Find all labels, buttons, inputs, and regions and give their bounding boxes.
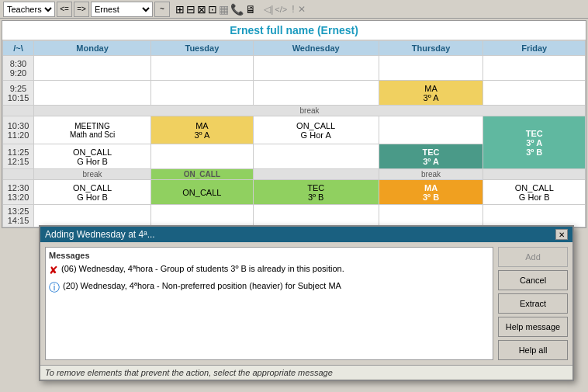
cell-tue-4[interactable] <box>151 144 254 169</box>
cell-fri-6[interactable] <box>483 205 586 227</box>
prev-button[interactable]: <= <box>57 2 72 17</box>
cell-thu-5[interactable]: MA3º B <box>379 180 483 205</box>
cell-wed-1[interactable] <box>253 56 379 81</box>
close-x-icon: ✕ <box>298 4 306 15</box>
grid-icon4: ⊡ <box>208 3 217 16</box>
help-message-button[interactable]: Help message <box>498 317 568 337</box>
break-tilde <box>3 106 34 116</box>
cell-tue-6[interactable] <box>151 205 254 227</box>
exclaim-icon: ! <box>292 4 294 15</box>
message-item-error[interactable]: ✘ (06) Wednesday, 4ªhora - Group of stud… <box>49 263 489 277</box>
time-cell: 10:3011:20 <box>3 116 34 144</box>
table-row: 12:3013:20 ON_CALLG Hor B ON_CALL TEC3º … <box>3 180 586 205</box>
cell-fri-5[interactable]: ON_CALLG Hor B <box>483 180 586 205</box>
messages-title: Messages <box>49 251 489 260</box>
table-row: 8:309:20 <box>3 56 586 81</box>
grid-icon1: ⊞ <box>175 3 185 16</box>
cell-tue-5[interactable]: ON_CALL <box>151 180 254 205</box>
cell-wed-4[interactable] <box>253 144 379 169</box>
col-wednesday: Wednesday <box>253 41 379 56</box>
break-thu: break <box>379 169 483 180</box>
cell-mon-3[interactable]: MEETINGMath and Sci <box>34 116 151 144</box>
grid-icon2: ⊟ <box>186 3 195 16</box>
arrow-left-icon: ◁| <box>264 4 273 15</box>
dialog-close-button[interactable]: ✕ <box>555 229 568 240</box>
category-select[interactable]: Teachers <box>3 2 55 17</box>
break-mon: break <box>34 169 151 180</box>
dialog-title: Adding Wednesday at 4ª... <box>45 229 155 240</box>
cell-tue-1[interactable] <box>151 56 254 81</box>
grid-icon5: ▦ <box>219 3 229 16</box>
time-cell: 8:309:20 <box>3 56 34 81</box>
cell-mon-6[interactable] <box>34 205 151 227</box>
break-wed <box>253 169 379 180</box>
cell-thu-4[interactable]: TEC3º A <box>379 144 483 169</box>
col-friday: Friday <box>483 41 586 56</box>
table-row: 10:3011:20 MEETINGMath and Sci MA3º A ON… <box>3 116 586 144</box>
break-tilde-2 <box>3 169 34 180</box>
cell-thu-3[interactable] <box>379 116 483 144</box>
footer-text: To remove elements that prevent the acti… <box>45 368 333 377</box>
tilde-button[interactable]: ~ <box>154 2 170 17</box>
error-icon: ✘ <box>49 263 58 277</box>
cell-wed-5[interactable]: TEC3º B <box>253 180 379 205</box>
name-select[interactable]: Ernest <box>91 2 153 17</box>
cell-wed-2[interactable] <box>253 81 379 106</box>
add-button[interactable]: Add <box>498 247 568 267</box>
grid-icon3: ⊠ <box>197 3 206 16</box>
info-icon: ⓘ <box>49 280 60 294</box>
cell-tue-2[interactable] <box>151 81 254 106</box>
cell-mon-2[interactable] <box>34 81 151 106</box>
error-message-text: (06) Wednesday, 4ªhora - Group of studen… <box>61 263 344 274</box>
monitor-icon: 🖥 <box>245 3 256 16</box>
col-tuesday: Tuesday <box>151 41 254 56</box>
time-cell: 11:2512:15 <box>3 144 34 169</box>
next-button[interactable]: => <box>74 2 89 17</box>
cell-thu-6[interactable] <box>379 205 483 227</box>
cancel-button[interactable]: Cancel <box>498 270 568 290</box>
dialog-titlebar: Adding Wednesday at 4ª... ✕ <box>40 227 572 242</box>
cell-fri-3[interactable]: TEC3º A3º B <box>483 116 586 169</box>
toolbar: Teachers <= => Ernest ~ ⊞ ⊟ ⊠ ⊡ ▦ 📞 🖥 ◁|… <box>0 0 588 19</box>
break-tue: ON_CALL <box>151 169 254 180</box>
info-message-text: (20) Wednesday, 4ªhora - Non-preferred p… <box>63 280 341 291</box>
time-cell: 12:3013:20 <box>3 180 34 205</box>
messages-panel: Messages ✘ (06) Wednesday, 4ªhora - Grou… <box>45 247 493 360</box>
cell-mon-5[interactable]: ON_CALLG Hor B <box>34 180 151 205</box>
dialog: Adding Wednesday at 4ª... ✕ Messages ✘ (… <box>39 225 574 381</box>
dialog-body: Messages ✘ (06) Wednesday, 4ªhora - Grou… <box>40 242 572 365</box>
buttons-panel: Add Cancel Extract Help message Help all <box>498 247 568 360</box>
time-cell: 13:2514:15 <box>3 205 34 227</box>
break-row-1: break <box>3 106 586 116</box>
cell-wed-6[interactable] <box>253 205 379 227</box>
cell-wed-3[interactable]: ON_CALLG Hor A <box>253 116 379 144</box>
col-thursday: Thursday <box>379 41 483 56</box>
cell-thu-2[interactable]: MA3º A <box>379 81 483 106</box>
time-cell: 9:2510:15 <box>3 81 34 106</box>
cell-thu-1[interactable] <box>379 56 483 81</box>
cell-mon-1[interactable] <box>34 56 151 81</box>
col-tilde: /~\ <box>3 41 34 56</box>
cell-mon-4[interactable]: ON_CALLG Hor B <box>34 144 151 169</box>
schedule-container: Ernest full name (Ernest) /~\ Monday Tue… <box>2 20 586 228</box>
table-row: 9:2510:15 MA3º A <box>3 81 586 106</box>
break-fri <box>483 169 586 180</box>
table-row: 13:2514:15 <box>3 205 586 227</box>
schedule-title: Ernest full name (Ernest) <box>2 21 586 40</box>
code-icon: </> <box>275 5 287 14</box>
break-label-1: break <box>34 106 586 116</box>
extract-button[interactable]: Extract <box>498 293 568 314</box>
schedule-table: /~\ Monday Tuesday Wednesday Thursday Fr… <box>2 40 586 227</box>
help-all-button[interactable]: Help all <box>498 340 568 360</box>
message-item-info[interactable]: ⓘ (20) Wednesday, 4ªhora - Non-preferred… <box>49 280 489 294</box>
break-row-2: break ON_CALL break <box>3 169 586 180</box>
dialog-footer: To remove elements that prevent the acti… <box>40 365 572 380</box>
cell-fri-2[interactable] <box>483 81 586 106</box>
phone-icon: 📞 <box>230 3 244 16</box>
cell-tue-3[interactable]: MA3º A <box>151 116 254 144</box>
cell-fri-1[interactable] <box>483 56 586 81</box>
col-monday: Monday <box>34 41 151 56</box>
